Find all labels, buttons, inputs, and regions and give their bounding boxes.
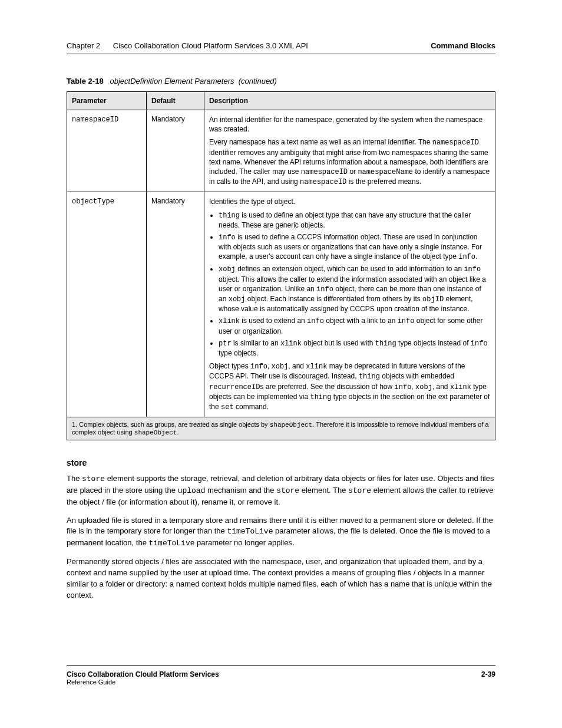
cell-parameter: namespaceID [67, 110, 147, 192]
section-heading-store: store [67, 458, 495, 467]
table-row: namespaceIDMandatoryAn internal identifi… [67, 110, 495, 192]
table-caption: Table 2-18 objectDefinition Element Para… [67, 77, 277, 85]
cell-description: Identifies the type of object.thing is u… [204, 192, 495, 417]
table-row: objectTypeMandatoryIdentifies the type o… [67, 192, 495, 417]
section-title-text: Command Blocks [431, 41, 495, 50]
chapter-title-text: Cisco Collaboration Cloud Platform Servi… [113, 41, 308, 50]
cell-default: Mandatory [147, 192, 204, 417]
parameters-table: Parameter Default Description namespaceI… [67, 91, 495, 440]
table-label: Table 2-18 [67, 77, 104, 85]
table-title: objectDefinition Element Parameters [110, 77, 234, 85]
footer-book-subtitle: Reference Guide [67, 678, 219, 686]
page-number: 2-39 [481, 670, 495, 686]
body-paragraph: An uploaded file is stored in a temporar… [67, 515, 495, 550]
cell-parameter: objectType [67, 192, 147, 417]
chapter-number: Chapter 2 Cisco Collaboration Cloud Plat… [67, 41, 308, 50]
col-header-parameter: Parameter [67, 92, 147, 110]
footer-book-title: Cisco Collaboration Clould Platform Serv… [67, 670, 219, 678]
table-footnote-row: 1. Complex objects, such as groups, are … [67, 417, 495, 440]
cell-default: Mandatory [147, 110, 204, 192]
page-footer: Cisco Collaboration Clould Platform Serv… [67, 665, 495, 686]
table-header-row: Parameter Default Description [67, 92, 495, 110]
body-content: store The store element supports the sto… [67, 458, 495, 608]
table-continued: (continued) [239, 77, 277, 85]
page-header: Chapter 2 Cisco Collaboration Cloud Plat… [67, 41, 495, 54]
col-header-description: Description [204, 92, 495, 110]
body-paragraph: The store element supports the storage, … [67, 473, 495, 508]
chapter-number-text: Chapter 2 [67, 41, 100, 50]
col-header-default: Default [147, 92, 204, 110]
table-footnote: 1. Complex objects, such as groups, are … [67, 417, 495, 440]
cell-description: An internal identifier for the namespace… [204, 110, 495, 192]
body-paragraph: Permanently stored objects / files are a… [67, 556, 495, 601]
section-title: Command Blocks [431, 41, 495, 50]
